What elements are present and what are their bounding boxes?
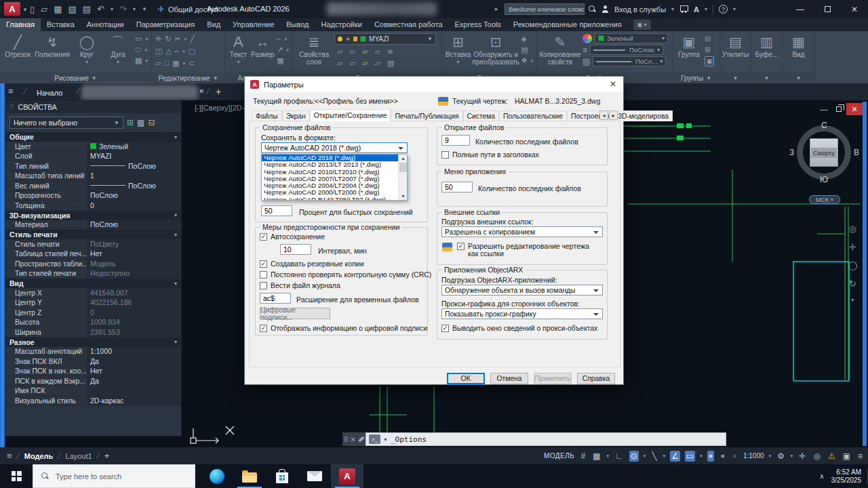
help-icon[interactable]: ? <box>719 5 728 14</box>
model-tab[interactable]: Модель <box>24 452 54 460</box>
format-option-7[interactable]: Чертеж AutoCAD R14/LT98/LT97 (*.dwg) <box>262 197 398 200</box>
menu-icon[interactable]: ≡ <box>8 86 14 96</box>
format-option-5[interactable]: Чертеж AutoCAD 2004/LT2004 (*.dwg) <box>262 182 398 189</box>
hatch-icon[interactable]: ▩ <box>135 56 142 65</box>
close-button[interactable]: ✕ <box>841 0 868 18</box>
snap-icon[interactable]: ▦ <box>591 451 601 462</box>
format-option-3[interactable]: Чертеж AutoCAD 2010/LT2010 (*.dwg) <box>262 169 398 176</box>
ribbon-tab-1[interactable]: Главная <box>0 18 41 31</box>
scroll-down-icon[interactable]: ▼ <box>399 192 408 200</box>
ribbon-tab-7[interactable]: Вывод <box>280 18 315 31</box>
options-tab-8[interactable]: 3D-моделирова <box>614 110 673 121</box>
ribbon-tab-6[interactable]: Управление <box>226 18 280 31</box>
taskbar-store-button[interactable] <box>266 464 298 488</box>
chevron-down-icon[interactable]: ▾ <box>644 453 646 459</box>
new-tab-icon[interactable]: + <box>216 86 221 97</box>
property-row[interactable]: ПрозрачностьПоСлою <box>5 191 181 201</box>
match-properties-button[interactable]: ✎Копирование свойств <box>540 33 580 66</box>
viewcube-top-face[interactable]: Сверху <box>810 138 838 167</box>
dynamic-input-icon[interactable]: ▭ <box>685 451 695 462</box>
erase-icon[interactable]: ╱ <box>190 35 195 43</box>
undo-caret-icon[interactable]: ▾ <box>111 6 113 12</box>
object-snap-2d-icon[interactable]: ⌖ <box>719 451 726 462</box>
autosave-interval-field[interactable]: 10 <box>280 244 311 255</box>
pan-icon[interactable]: ✛ <box>848 242 858 252</box>
ribbon-tab-8[interactable]: Надстройки <box>315 18 368 31</box>
tab-scroll-left-icon[interactable]: ◂ <box>599 110 608 120</box>
sign-in-label[interactable]: Вход в службы <box>614 5 666 14</box>
property-section-header[interactable]: Общие▾ <box>5 132 181 142</box>
property-section-header[interactable]: 3D-визуализация▾ <box>5 211 181 220</box>
utilities-button[interactable]: ▤Утилиты <box>722 33 749 58</box>
move-icon[interactable]: ✛ <box>155 35 161 43</box>
rotate-icon[interactable]: ↻ <box>165 35 171 43</box>
property-section-header[interactable]: Разное▾ <box>5 338 181 347</box>
table-icon[interactable]: ▦ <box>277 56 283 65</box>
format-option-4[interactable]: Чертеж AutoCAD 2007/LT2007 (*.dwg) <box>262 176 398 182</box>
gear-icon[interactable]: ⚙ <box>776 451 786 462</box>
chevron-down-icon[interactable]: ▾ <box>700 453 703 459</box>
layer-delete-icon[interactable]: ▨ <box>387 59 394 68</box>
object-color-combo[interactable]: Зеленый▾ <box>595 33 668 43</box>
scale-icon[interactable]: □ <box>164 59 169 68</box>
options-tab-5[interactable]: Система <box>463 110 499 121</box>
flyout-caret-icon[interactable]: ▸ <box>495 5 498 12</box>
close-icon[interactable]: ✕ <box>199 87 204 95</box>
panel-view-label[interactable]: ▼ <box>783 73 814 83</box>
recent-files-field[interactable]: 9 <box>441 135 470 146</box>
layer-off-icon[interactable]: ▱ <box>337 47 342 56</box>
ribbon-tab-5[interactable]: Вид <box>201 18 226 31</box>
tab-drawing-blurred[interactable] <box>81 85 198 100</box>
user-icon[interactable] <box>601 5 609 13</box>
ribbon-tab-11[interactable]: Рекомендованные приложения <box>507 18 628 31</box>
search-icon[interactable] <box>589 5 596 13</box>
save-as-icon[interactable]: ▧ <box>68 4 76 14</box>
object-snap-tracking-icon[interactable]: ╲ <box>650 451 658 462</box>
offset-icon[interactable]: ⊂ <box>189 59 195 68</box>
property-row[interactable]: МатериалПоСлою <box>5 220 181 230</box>
property-row[interactable]: Таблица стилей печ...Нет <box>5 249 181 260</box>
dialog-titlebar[interactable]: A Параметры ✕ <box>245 77 623 92</box>
maximize-button[interactable] <box>814 0 841 18</box>
chevron-down-icon[interactable]: ▾ <box>671 6 674 12</box>
graphics-warning-icon[interactable]: ⚠ <box>827 451 837 462</box>
ribbon-tab-3[interactable]: Аннотации <box>81 18 130 31</box>
property-row[interactable]: Центр Y4022156.186 <box>5 298 181 308</box>
chevron-down-icon[interactable]: ▾ <box>791 453 793 459</box>
options-tab-4[interactable]: Печать/Публикация <box>391 110 462 121</box>
viewcube-north[interactable]: С <box>821 121 827 130</box>
chevron-down-icon[interactable]: ▼ <box>383 437 388 442</box>
crc-checkbox[interactable]: Постоянно проверять контрольную сумму (C… <box>260 271 431 279</box>
taskbar-mail-button[interactable] <box>298 464 331 488</box>
property-row[interactable]: Центр X441548.007 <box>5 288 181 298</box>
property-row[interactable]: Тип стилей печатиНедоступно <box>5 269 181 279</box>
chevron-down-icon[interactable]: ▾ <box>705 6 707 12</box>
taskbar-clock[interactable]: 6:52 AM 3/25/2025 <box>831 468 862 485</box>
group-button[interactable]: ▣Группа <box>676 33 702 58</box>
property-row[interactable]: Тип линийПоСлою <box>5 161 181 171</box>
taskbar-search-input[interactable]: Type here to search <box>33 464 195 488</box>
options-tab-3[interactable]: Открытие/Сохранение <box>310 109 391 121</box>
log-file-checkbox[interactable]: Вести файл журнала <box>260 282 340 289</box>
mirror-icon[interactable]: △ <box>165 47 171 56</box>
panel-draw-label[interactable]: Рисование▼ <box>0 73 151 83</box>
start-button[interactable] <box>0 464 33 488</box>
format-option-6[interactable]: Чертеж AutoCAD 2000/LT2000 (*.dwg) <box>262 189 398 196</box>
group-edit-icon[interactable]: ⊞ <box>705 45 711 54</box>
panel-groups-label[interactable]: Группы▼ <box>673 73 719 83</box>
layer-prev-icon[interactable]: ▱ <box>337 59 342 68</box>
property-row[interactable]: Ширина2391.553 <box>5 327 181 338</box>
property-row[interactable]: Масштаб аннотаций1:1000 <box>5 347 181 357</box>
dialog-close-icon[interactable]: ✕ <box>610 79 616 89</box>
clipboard-button[interactable]: ▥Буфе... <box>755 33 778 58</box>
layer-properties-button[interactable]: ≣Свойства слоя <box>296 33 332 66</box>
customization-icon[interactable]: ≡ <box>856 451 864 462</box>
clean-screen-icon[interactable]: ▣ <box>842 451 852 462</box>
wcs-menu[interactable]: МСК ▾ <box>809 195 840 204</box>
linetype-combo[interactable]: ПоСл...▾ <box>593 56 666 66</box>
multileader-icon[interactable]: ↗ <box>277 45 283 54</box>
layout1-tab[interactable]: Layout1 <box>66 452 92 460</box>
doc-restore-button[interactable] <box>831 103 846 115</box>
close-icon[interactable]: ✕ <box>350 436 355 443</box>
dimension-button[interactable]: ↔Размер <box>251 33 274 58</box>
